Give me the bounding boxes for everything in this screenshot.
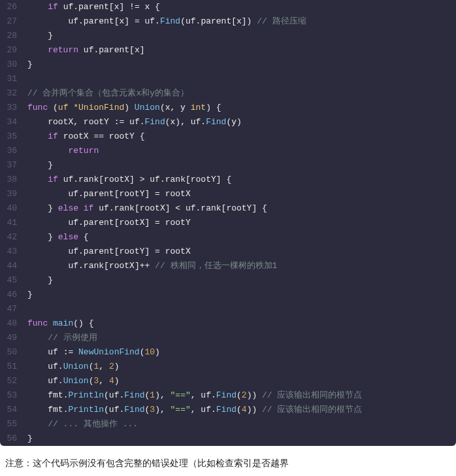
line-content: if uf.parent[x] != x { bbox=[25, 0, 160, 14]
line-number: 28 bbox=[0, 29, 25, 43]
line-content: } bbox=[25, 58, 33, 72]
line-number: 26 bbox=[0, 0, 25, 14]
line-content: if rootX == rootY { bbox=[25, 129, 144, 144]
line-content: uf.parent[rootX] = rootY bbox=[25, 216, 191, 230]
code-line: 41 uf.parent[rootX] = rootY bbox=[0, 216, 456, 230]
code-line: 53 fmt.Println(uf.Find(1), "==", uf.Find… bbox=[0, 388, 456, 403]
code-line: 42 } else { bbox=[0, 230, 456, 245]
code-line: 48func main() { bbox=[0, 316, 456, 331]
code-line: 47 bbox=[0, 302, 456, 316]
line-number: 41 bbox=[0, 216, 25, 230]
line-number: 33 bbox=[0, 101, 25, 115]
line-number: 34 bbox=[0, 115, 25, 129]
line-content: uf.parent[x] = uf.Find(uf.parent[x]) // … bbox=[25, 14, 306, 29]
code-line: 26 if uf.parent[x] != x { bbox=[0, 0, 456, 14]
line-number: 36 bbox=[0, 144, 25, 158]
code-line: 27 uf.parent[x] = uf.Find(uf.parent[x]) … bbox=[0, 14, 456, 29]
line-number: 54 bbox=[0, 403, 25, 417]
code-line: 44 uf.rank[rootX]++ // 秩相同，任选一棵树的秩加1 bbox=[0, 259, 456, 273]
code-block: 26 if uf.parent[x] != x {27 uf.parent[x]… bbox=[0, 0, 456, 446]
line-content: uf.parent[rootY] = rootX bbox=[25, 187, 191, 201]
code-line: 54 fmt.Println(uf.Find(3), "==", uf.Find… bbox=[0, 403, 456, 417]
line-content: return bbox=[25, 144, 99, 158]
line-number: 45 bbox=[0, 273, 25, 288]
line-content: } bbox=[25, 432, 33, 446]
line-content: if uf.rank[rootX] > uf.rank[rootY] { bbox=[25, 173, 231, 187]
line-number: 48 bbox=[0, 316, 25, 331]
line-content: uf.Union(1, 2) bbox=[25, 360, 120, 374]
line-content: return uf.parent[x] bbox=[25, 43, 145, 58]
code-line: 29 return uf.parent[x] bbox=[0, 43, 456, 58]
line-content: uf.parent[rootY] = rootX bbox=[25, 245, 191, 259]
line-content: // ... 其他操作 ... bbox=[25, 417, 138, 432]
line-content: uf.rank[rootX]++ // 秩相同，任选一棵树的秩加1 bbox=[25, 259, 277, 273]
line-number: 31 bbox=[0, 72, 25, 86]
code-line: 32// 合并两个集合（包含元素x和y的集合） bbox=[0, 86, 456, 101]
line-number: 32 bbox=[0, 86, 25, 101]
code-line: 28 } bbox=[0, 29, 456, 43]
code-line: 39 uf.parent[rootY] = rootX bbox=[0, 187, 456, 201]
line-content: } else { bbox=[25, 230, 89, 245]
line-number: 30 bbox=[0, 58, 25, 72]
code-line: 45 } bbox=[0, 273, 456, 288]
code-line: 50 uf := NewUnionFind(10) bbox=[0, 345, 456, 360]
code-line: 33func (uf *UnionFind) Union(x, y int) { bbox=[0, 101, 456, 115]
code-line: 51 uf.Union(1, 2) bbox=[0, 360, 456, 374]
line-number: 50 bbox=[0, 345, 25, 360]
code-line: 52 uf.Union(3, 4) bbox=[0, 374, 456, 388]
line-number: 49 bbox=[0, 331, 25, 345]
code-line: 49 // 示例使用 bbox=[0, 331, 456, 345]
line-number: 42 bbox=[0, 230, 25, 245]
line-number: 37 bbox=[0, 158, 25, 173]
line-content: func (uf *UnionFind) Union(x, y int) { bbox=[25, 101, 221, 115]
line-content bbox=[25, 302, 27, 316]
line-content: } bbox=[25, 273, 53, 288]
line-number: 29 bbox=[0, 43, 25, 58]
code-line: 35 if rootX == rootY { bbox=[0, 129, 456, 144]
line-content: } bbox=[25, 158, 53, 173]
line-number: 44 bbox=[0, 259, 25, 273]
line-content: } bbox=[25, 29, 53, 43]
footer-text: 注意：这个代码示例没有包含完整的错误处理（比如检查索引是否越界 bbox=[5, 458, 289, 468]
line-number: 51 bbox=[0, 360, 25, 374]
code-line: 34 rootX, rootY := uf.Find(x), uf.Find(y… bbox=[0, 115, 456, 129]
code-line: 55 // ... 其他操作 ... bbox=[0, 417, 456, 432]
line-number: 46 bbox=[0, 288, 25, 302]
line-content: uf := NewUnionFind(10) bbox=[25, 345, 160, 360]
line-number: 53 bbox=[0, 388, 25, 403]
code-line: 38 if uf.rank[rootX] > uf.rank[rootY] { bbox=[0, 173, 456, 187]
code-line: 31 bbox=[0, 72, 456, 86]
line-content: uf.Union(3, 4) bbox=[25, 374, 120, 388]
line-content: } bbox=[25, 288, 33, 302]
footer-note: 注意：这个代码示例没有包含完整的错误处理（比如检查索引是否越界 bbox=[0, 455, 456, 472]
line-number: 38 bbox=[0, 173, 25, 187]
line-content: func main() { bbox=[25, 316, 93, 331]
code-line: 56} bbox=[0, 432, 456, 446]
code-line: 46} bbox=[0, 288, 456, 302]
line-number: 27 bbox=[0, 14, 25, 29]
code-line: 36 return bbox=[0, 144, 456, 158]
code-line: 40 } else if uf.rank[rootX] < uf.rank[ro… bbox=[0, 201, 456, 216]
line-content: // 合并两个集合（包含元素x和y的集合） bbox=[25, 86, 189, 101]
code-line: 43 uf.parent[rootY] = rootX bbox=[0, 245, 456, 259]
code-lines-container: 26 if uf.parent[x] != x {27 uf.parent[x]… bbox=[0, 0, 456, 446]
line-number: 55 bbox=[0, 417, 25, 432]
line-number: 39 bbox=[0, 187, 25, 201]
line-content: // 示例使用 bbox=[25, 331, 97, 345]
line-number: 40 bbox=[0, 201, 25, 216]
line-number: 35 bbox=[0, 129, 25, 144]
line-number: 47 bbox=[0, 302, 25, 316]
line-number: 56 bbox=[0, 432, 25, 446]
line-number: 52 bbox=[0, 374, 25, 388]
line-number: 43 bbox=[0, 245, 25, 259]
line-content bbox=[25, 72, 27, 86]
line-content: fmt.Println(uf.Find(3), "==", uf.Find(4)… bbox=[25, 403, 362, 417]
code-line: 37 } bbox=[0, 158, 456, 173]
line-content: rootX, rootY := uf.Find(x), uf.Find(y) bbox=[25, 115, 242, 129]
line-content: fmt.Println(uf.Find(1), "==", uf.Find(2)… bbox=[25, 388, 362, 403]
code-line: 30} bbox=[0, 58, 456, 72]
line-content: } else if uf.rank[rootX] < uf.rank[rootY… bbox=[25, 201, 267, 216]
